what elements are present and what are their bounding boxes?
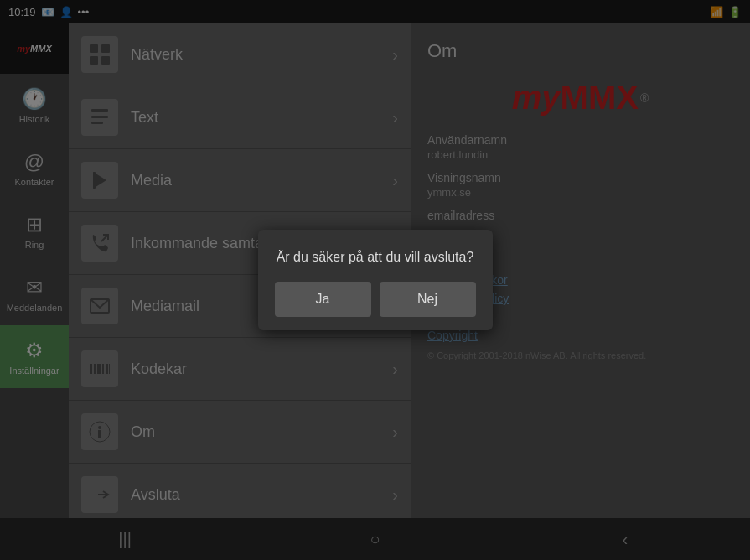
dialog-yes-button[interactable]: Ja — [275, 282, 371, 317]
dialog-message: Är du säker på att du vill avsluta? — [275, 250, 476, 265]
confirm-dialog: Är du säker på att du vill avsluta? Ja N… — [258, 230, 493, 330]
dialog-buttons: Ja Nej — [275, 282, 476, 317]
dialog-no-button[interactable]: Nej — [380, 282, 476, 317]
dialog-overlay: Är du säker på att du vill avsluta? Ja N… — [0, 0, 750, 560]
